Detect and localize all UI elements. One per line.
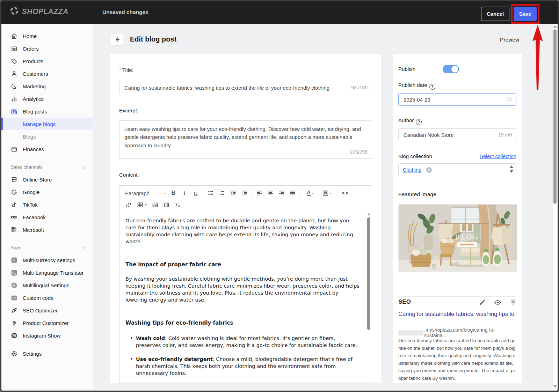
seo-result-title[interactable]: Caring for sustainable fabrics: washing … bbox=[398, 311, 516, 317]
spinner-down-icon[interactable] bbox=[510, 170, 513, 173]
sidebar-item-settings[interactable]: Settings bbox=[1, 347, 93, 360]
microsoft-icon bbox=[10, 226, 17, 233]
underline-button[interactable]: U bbox=[190, 188, 201, 198]
sidebar-item-google[interactable]: Google bbox=[1, 186, 93, 198]
sidebar-item-microsoft[interactable]: Microsoft bbox=[1, 223, 93, 236]
indent-button[interactable] bbox=[239, 188, 250, 198]
sidebar-item-tiktok[interactable]: TikTok bbox=[1, 198, 93, 211]
clear-formatting-button[interactable]: Tx bbox=[172, 200, 183, 210]
help-icon[interactable]: ? bbox=[429, 84, 435, 90]
sidebar-item-manage-blogs[interactable]: Manage blogs bbox=[1, 118, 93, 130]
page-scrollbar[interactable] bbox=[552, 24, 558, 389]
sidebar-item-products[interactable]: Products bbox=[1, 55, 93, 67]
featured-image[interactable]: BLOG bbox=[398, 204, 517, 272]
numbered-list-button[interactable] bbox=[216, 188, 227, 198]
scroll-up-arrow-icon[interactable] bbox=[367, 213, 371, 215]
tiktok-icon bbox=[10, 201, 17, 208]
back-button[interactable] bbox=[111, 33, 123, 46]
chevron-right-icon: › bbox=[83, 245, 85, 251]
finances-icon bbox=[10, 146, 17, 153]
sidebar-item-instagram-show[interactable]: Instagram Show bbox=[1, 329, 93, 342]
publish-date-input[interactable] bbox=[403, 96, 503, 103]
chevron-down-icon: ▾ bbox=[145, 203, 146, 207]
highlight-color-button[interactable]: A ▾ bbox=[318, 188, 336, 198]
required-asterisk: * bbox=[119, 67, 121, 73]
bold-button[interactable]: B bbox=[168, 188, 179, 198]
editor-content-area[interactable]: Our eco-friendly fabrics are crafted to … bbox=[119, 212, 372, 383]
spinner-up-icon[interactable] bbox=[510, 165, 513, 168]
align-center-button[interactable] bbox=[265, 188, 276, 198]
select-collection-link[interactable]: Select collection bbox=[480, 154, 516, 159]
title-input[interactable] bbox=[124, 84, 348, 91]
sidebar-section-apps[interactable]: Apps › bbox=[1, 241, 93, 254]
scroll-up-arrow-icon[interactable] bbox=[553, 25, 557, 28]
help-icon[interactable]: ? bbox=[416, 119, 422, 125]
save-button[interactable]: Save bbox=[514, 7, 537, 21]
sidebar-item-online-store[interactable]: Online Store bbox=[1, 173, 93, 186]
collection-tag-link[interactable]: Clothing bbox=[403, 167, 421, 173]
calendar-icon[interactable] bbox=[506, 96, 512, 103]
sidebar-item-finances[interactable]: Finances bbox=[1, 143, 93, 155]
sidebar-item-product-customizer[interactable]: Product Customizer bbox=[1, 317, 93, 329]
outdent-button[interactable] bbox=[227, 188, 239, 198]
excerpt-label: Excerpt: bbox=[119, 108, 138, 113]
scroll-down-arrow-icon[interactable] bbox=[553, 385, 557, 388]
publish-toggle[interactable] bbox=[443, 65, 459, 73]
sidebar-item-home[interactable]: Home bbox=[1, 30, 93, 42]
italic-button[interactable]: I bbox=[179, 188, 190, 198]
preview-link[interactable]: Preview bbox=[500, 37, 519, 43]
insert-image-button[interactable] bbox=[150, 200, 161, 210]
sidebar-item-customers[interactable]: Customers bbox=[1, 67, 93, 80]
bullet-list-button[interactable] bbox=[205, 188, 216, 198]
align-left-button[interactable] bbox=[254, 188, 265, 198]
insert-link-button[interactable] bbox=[123, 200, 134, 210]
products-icon bbox=[10, 58, 17, 65]
author-input[interactable] bbox=[403, 132, 495, 138]
toggle-knob bbox=[451, 66, 458, 73]
seo-result-description: Our eco-friendly fabrics are crafted to … bbox=[398, 337, 516, 382]
collection-box[interactable]: Clothing✕ bbox=[398, 163, 516, 176]
publish-date-label: Publish date? bbox=[398, 82, 516, 90]
sidebar-item-analytics[interactable]: Analytics bbox=[1, 93, 93, 105]
code-view-button[interactable]: <> bbox=[340, 188, 351, 198]
seo-preview-eye-icon[interactable] bbox=[494, 299, 501, 307]
chevron-right-icon: › bbox=[83, 164, 85, 170]
blog-collection-label: Blog collection bbox=[398, 153, 432, 159]
seo-edit-icon[interactable] bbox=[479, 299, 486, 307]
annotation-arrow-icon bbox=[525, 24, 549, 94]
sidebar-section-sales-channels[interactable]: Sales channels › bbox=[1, 161, 93, 173]
sidebar-item-multi-language-translator[interactable]: Aa Multi-Language Translator bbox=[1, 266, 93, 279]
insert-table-button[interactable]: ▾ bbox=[134, 200, 150, 210]
sidebar-item-blogs[interactable]: Blogs bbox=[1, 130, 93, 143]
sidebar-item-seo-optimizer[interactable]: SEO Optimizer bbox=[1, 304, 93, 317]
sidebar-item-multi-currency[interactable]: $ Multi-currency settings bbox=[1, 254, 93, 266]
excerpt-textarea[interactable]: Learn easy washing tips to care for your… bbox=[119, 120, 372, 159]
editor-scrollbar[interactable] bbox=[367, 213, 371, 380]
sidebar-item-blog-posts[interactable]: Blog posts bbox=[1, 105, 93, 118]
chevron-down-icon: ▾ bbox=[312, 191, 314, 195]
seo-collapse-icon[interactable] bbox=[510, 299, 516, 307]
panel-divider bbox=[398, 296, 516, 297]
align-justify-button[interactable] bbox=[287, 188, 298, 198]
sidebar-item-orders[interactable]: Orders bbox=[1, 42, 93, 55]
content-heading: Washing tips for eco-friendly fabrics bbox=[125, 319, 360, 327]
remove-tag-icon[interactable]: ✕ bbox=[426, 167, 432, 173]
sidebar-item-custom-code[interactable]: </> Custom code bbox=[1, 291, 93, 304]
content-bullet-list: Wash cold: Cold water washing is ideal f… bbox=[125, 335, 360, 377]
product-customizer-icon bbox=[10, 319, 17, 326]
page-scrollbar-thumb[interactable] bbox=[553, 29, 557, 204]
insert-video-button[interactable] bbox=[161, 200, 172, 210]
sidebar-item-facebook[interactable]: Facebook bbox=[1, 211, 93, 223]
align-right-button[interactable] bbox=[276, 188, 287, 198]
app-window: SHOPLAZZA Unsaved changes Cancel Save Ho… bbox=[0, 0, 559, 392]
toolbar-separator bbox=[203, 189, 203, 197]
editor-scrollbar-thumb[interactable] bbox=[367, 217, 370, 330]
sidebar-item-multilingual-settings[interactable]: A Multilingual Settings bbox=[1, 279, 93, 291]
sidebar-item-marketing[interactable]: Marketing bbox=[1, 80, 93, 93]
paragraph-style-dropdown[interactable]: Paragraph ▾ bbox=[123, 188, 168, 198]
font-color-button[interactable]: A ▾ bbox=[302, 188, 318, 198]
seo-heading: SEO bbox=[398, 298, 411, 305]
page-title: Edit blog post bbox=[130, 35, 176, 43]
cancel-button[interactable]: Cancel bbox=[481, 7, 509, 21]
editor-toolbar-row2: ▾ Tx bbox=[119, 199, 372, 211]
